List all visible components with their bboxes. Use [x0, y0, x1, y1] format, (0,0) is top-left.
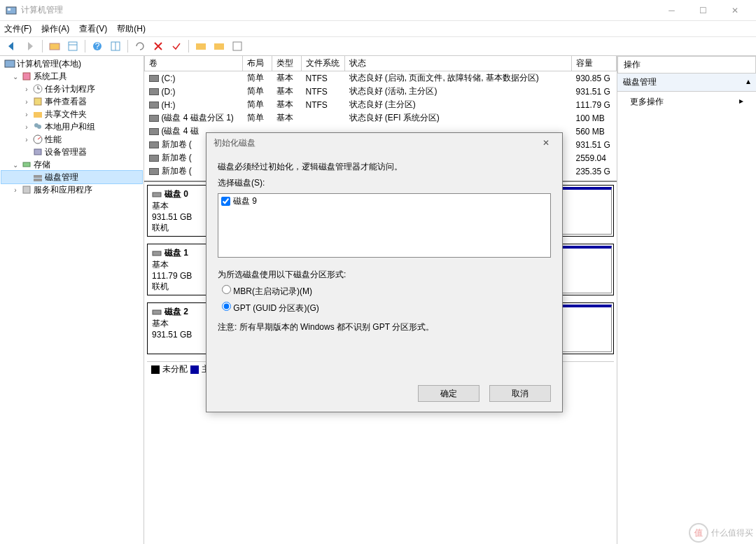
- maximize-button[interactable]: ☐: [687, 0, 719, 21]
- actions-header: 操作: [617, 56, 756, 74]
- svg-rect-18: [34, 112, 42, 118]
- svg-rect-27: [23, 186, 30, 193]
- folder-icon[interactable]: [47, 39, 62, 54]
- tree-pane: 计算机管理(本地) ⌄系统工具 ›任务计划程序 ›事件查看器 ›共享文件夹 ›本…: [0, 56, 144, 544]
- tree-system-tools[interactable]: ⌄系统工具: [1, 70, 142, 83]
- svg-rect-30: [153, 310, 161, 314]
- svg-rect-29: [153, 251, 161, 256]
- gpt-radio[interactable]: [222, 302, 231, 311]
- dialog-message: 磁盘必须经过初始化，逻辑磁盘管理器才能访问。: [218, 161, 551, 173]
- tree-local-users[interactable]: ›本地用户和组: [1, 120, 142, 133]
- svg-rect-13: [23, 73, 30, 80]
- initialize-disk-dialog: 初始化磁盘 ✕ 磁盘必须经过初始化，逻辑磁盘管理器才能访问。 选择磁盘(S): …: [206, 132, 563, 412]
- tree-task-scheduler[interactable]: ›任务计划程序: [1, 83, 142, 95]
- folder3-icon[interactable]: [211, 39, 227, 54]
- titlebar: 计算机管理 ─ ☐ ✕: [0, 0, 756, 21]
- mbr-option[interactable]: MBR(主启动记录)(M): [222, 285, 551, 298]
- collapse-icon[interactable]: ▴: [746, 76, 750, 88]
- svg-rect-28: [153, 193, 161, 197]
- gpt-option[interactable]: GPT (GUID 分区表)(G): [222, 302, 551, 314]
- watermark-text: 什么值得买: [711, 527, 753, 539]
- svg-rect-23: [34, 149, 41, 155]
- svg-rect-12: [5, 60, 15, 67]
- check-icon[interactable]: [169, 39, 184, 54]
- refresh-icon[interactable]: [132, 39, 148, 54]
- forward-button[interactable]: [22, 39, 38, 54]
- legend-unalloc: 未分配: [162, 363, 188, 375]
- col-status[interactable]: 状态: [345, 56, 572, 71]
- dialog-titlebar: 初始化磁盘 ✕: [206, 133, 562, 153]
- ok-button[interactable]: 确定: [418, 385, 479, 402]
- menu-help[interactable]: 帮助(H): [117, 23, 146, 35]
- svg-rect-9: [196, 43, 206, 50]
- table-row[interactable]: (C:)简单基本NTFS状态良好 (启动, 页面文件, 故障转储, 基本数据分区…: [145, 71, 617, 85]
- folder2-icon[interactable]: [193, 39, 209, 54]
- watermark-icon: 值: [689, 523, 708, 543]
- tree-services-apps[interactable]: ›服务和应用程序: [1, 183, 142, 196]
- mbr-radio[interactable]: [222, 285, 231, 294]
- chevron-right-icon: ▸: [739, 96, 743, 108]
- svg-rect-10: [214, 43, 224, 50]
- svg-rect-26: [34, 179, 42, 181]
- tree-root[interactable]: 计算机管理(本地): [1, 57, 142, 70]
- help-icon[interactable]: ?: [90, 39, 105, 54]
- disk-listbox[interactable]: 磁盘 9: [218, 193, 551, 258]
- table-row[interactable]: (磁盘 4 磁盘分区 1)简单基本状态良好 (EFI 系统分区)100 MB: [145, 111, 617, 125]
- svg-rect-1: [8, 8, 10, 11]
- tree-shared-folders[interactable]: ›共享文件夹: [1, 108, 142, 120]
- props-icon[interactable]: [230, 39, 245, 54]
- tree-device-manager[interactable]: 设备管理器: [1, 146, 142, 158]
- dialog-title: 初始化磁盘: [214, 137, 255, 149]
- cancel-button[interactable]: 取消: [489, 385, 551, 402]
- menu-view[interactable]: 查看(V): [79, 23, 107, 35]
- toolbar: ?: [0, 36, 756, 56]
- svg-line-22: [38, 137, 41, 139]
- back-button[interactable]: [4, 39, 20, 54]
- table-row[interactable]: (D:)简单基本NTFS状态良好 (活动, 主分区)931.51 G: [145, 85, 617, 98]
- menubar: 文件(F) 操作(A) 查看(V) 帮助(H): [0, 21, 756, 36]
- table-row[interactable]: (H:)简单基本NTFS状态良好 (主分区)111.79 G: [145, 98, 617, 111]
- actions-more[interactable]: 更多操作▸: [617, 92, 756, 112]
- col-layout[interactable]: 布局: [243, 56, 272, 71]
- dialog-close-button[interactable]: ✕: [537, 138, 555, 148]
- close-button[interactable]: ✕: [719, 0, 750, 21]
- tree-performance[interactable]: ›性能: [1, 133, 142, 146]
- svg-point-20: [37, 125, 41, 129]
- watermark: 值 什么值得买: [689, 523, 753, 543]
- col-volume[interactable]: 卷: [145, 56, 243, 71]
- minimize-button[interactable]: ─: [656, 0, 687, 21]
- svg-rect-25: [34, 175, 42, 178]
- partition-style-label: 为所选磁盘使用以下磁盘分区形式:: [218, 269, 551, 281]
- tree-event-viewer[interactable]: ›事件查看器: [1, 95, 142, 108]
- app-icon: [6, 5, 17, 16]
- svg-rect-17: [34, 98, 41, 105]
- col-fs[interactable]: 文件系统: [302, 56, 345, 71]
- svg-rect-11: [233, 42, 241, 50]
- actions-group[interactable]: 磁盘管理▴: [617, 74, 756, 92]
- window-title: 计算机管理: [21, 4, 656, 16]
- delete-icon[interactable]: [150, 39, 166, 54]
- dialog-note: 注意: 所有早期版本的 Windows 都不识别 GPT 分区形式。: [218, 321, 551, 333]
- disk-checkbox[interactable]: [221, 197, 230, 206]
- svg-text:?: ?: [95, 41, 100, 51]
- menu-action[interactable]: 操作(A): [41, 23, 69, 35]
- tree-disk-management[interactable]: 磁盘管理: [1, 171, 142, 183]
- actions-pane: 操作 磁盘管理▴ 更多操作▸: [617, 56, 756, 544]
- svg-rect-3: [69, 42, 77, 50]
- col-capacity[interactable]: 容量: [572, 56, 617, 71]
- svg-rect-24: [23, 162, 30, 167]
- menu-file[interactable]: 文件(F): [4, 23, 31, 35]
- col-type[interactable]: 类型: [272, 56, 302, 71]
- list-icon[interactable]: [108, 39, 123, 54]
- view-icon[interactable]: [65, 39, 80, 54]
- select-disk-label: 选择磁盘(S):: [218, 177, 551, 189]
- tree-storage[interactable]: ⌄存储: [1, 158, 142, 171]
- svg-rect-2: [50, 43, 59, 50]
- disk-item[interactable]: 磁盘 9: [221, 195, 547, 207]
